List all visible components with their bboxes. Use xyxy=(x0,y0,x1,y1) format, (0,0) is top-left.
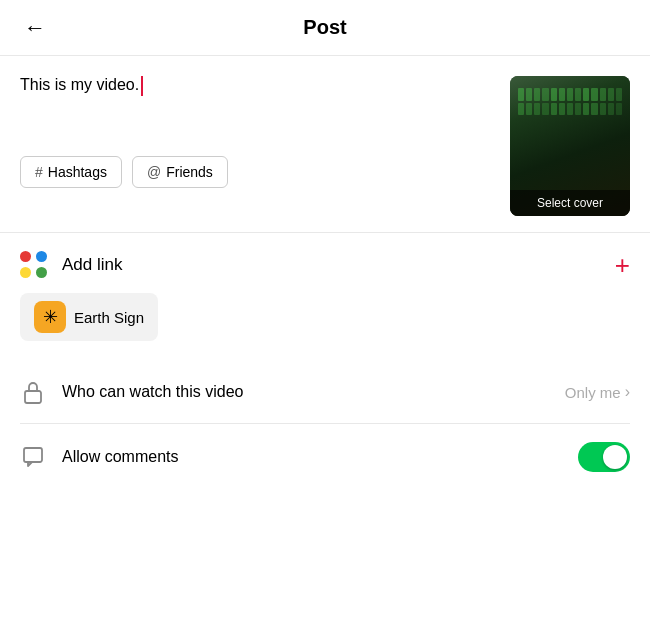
text-cursor xyxy=(141,76,143,96)
hashtags-button[interactable]: # Hashtags xyxy=(20,156,122,188)
settings-section: Who can watch this video Only me › Allow… xyxy=(0,361,650,490)
dot-blue xyxy=(36,251,47,262)
at-icon: @ xyxy=(147,164,161,180)
earth-sign-icon-box: ✳ xyxy=(34,301,66,333)
back-button[interactable]: ← xyxy=(20,11,50,45)
comment-icon xyxy=(20,444,46,470)
select-cover-label[interactable]: Select cover xyxy=(510,190,630,216)
page-header: ← Post xyxy=(0,0,650,56)
dot-yellow xyxy=(20,267,31,278)
chevron-right-icon: › xyxy=(625,383,630,401)
who-can-watch-value: Only me › xyxy=(565,383,630,401)
colorful-dots-icon xyxy=(20,251,48,279)
caption-text-area[interactable]: This is my video. xyxy=(20,76,494,96)
add-link-plus-button[interactable]: + xyxy=(615,252,630,278)
caption-section: This is my video. # Hashtags @ Friends xyxy=(0,56,650,233)
caption-left: This is my video. # Hashtags @ Friends xyxy=(20,76,494,216)
add-link-label: Add link xyxy=(62,255,122,275)
page-title: Post xyxy=(303,16,346,39)
earth-sign-label: Earth Sign xyxy=(74,309,144,326)
earth-sign-chip[interactable]: ✳ Earth Sign xyxy=(20,293,158,341)
dot-green xyxy=(36,267,47,278)
allow-comments-label: Allow comments xyxy=(62,448,578,466)
friends-label: Friends xyxy=(166,164,213,180)
friends-button[interactable]: @ Friends xyxy=(132,156,228,188)
add-link-row: Add link + xyxy=(20,251,630,279)
caption-input: This is my video. xyxy=(20,76,139,94)
earth-sign-icon: ✳ xyxy=(43,306,58,328)
dot-red xyxy=(20,251,31,262)
tag-buttons-row: # Hashtags @ Friends xyxy=(20,156,494,188)
toggle-knob xyxy=(603,445,627,469)
add-link-left: Add link xyxy=(20,251,122,279)
hashtag-icon: # xyxy=(35,164,43,180)
who-can-watch-label: Who can watch this video xyxy=(62,383,565,401)
allow-comments-toggle[interactable] xyxy=(578,442,630,472)
add-link-section: Add link + ✳ Earth Sign xyxy=(0,233,650,341)
allow-comments-row: Allow comments xyxy=(20,424,630,490)
svg-rect-1 xyxy=(24,448,42,462)
svg-rect-0 xyxy=(25,391,41,403)
who-can-watch-row[interactable]: Who can watch this video Only me › xyxy=(20,361,630,424)
video-thumbnail[interactable]: Select cover xyxy=(510,76,630,216)
hashtags-label: Hashtags xyxy=(48,164,107,180)
lock-icon xyxy=(20,379,46,405)
